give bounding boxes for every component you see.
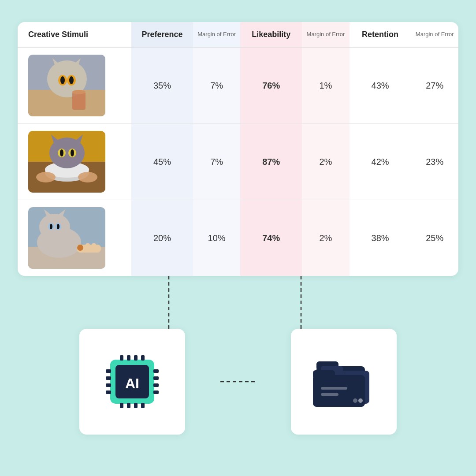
moe2-cell-1: 1% — [302, 48, 350, 124]
preference-cell-1: 35% — [131, 48, 193, 124]
header-retention: Retention — [350, 22, 411, 48]
svg-rect-48 — [141, 355, 145, 361]
svg-rect-11 — [72, 92, 86, 110]
results-table: Creative Stimuli Preference Margin of Er… — [18, 22, 458, 276]
cat-image-3 — [28, 207, 105, 269]
preference-cell-2: 45% — [131, 124, 193, 200]
svg-rect-55 — [106, 383, 111, 387]
svg-point-12 — [72, 90, 86, 94]
moe2-cell-2: 2% — [302, 124, 350, 200]
table-row: 45%7%87%2%42%23% — [18, 124, 458, 200]
svg-point-25 — [78, 172, 97, 182]
likeability-cell-1: 76% — [240, 48, 302, 124]
connectors-svg — [18, 276, 458, 329]
svg-rect-50 — [127, 403, 130, 408]
svg-rect-45 — [120, 355, 123, 361]
header-moe2: Margin of Error — [302, 22, 350, 48]
svg-rect-53 — [106, 369, 111, 373]
retention-cell-1: 43% — [350, 48, 411, 124]
folder-icon — [309, 351, 379, 413]
moe2-cell-3: 2% — [302, 200, 350, 276]
page-container: Creative Stimuli Preference Margin of Er… — [18, 22, 458, 454]
svg-rect-56 — [106, 390, 111, 394]
cat-image-cell-3 — [18, 200, 131, 276]
data-table-card: Creative Stimuli Preference Margin of Er… — [18, 22, 458, 276]
svg-rect-58 — [153, 376, 159, 380]
svg-point-22 — [60, 149, 63, 156]
header-likeability: Likeability — [240, 22, 302, 48]
svg-rect-37 — [86, 243, 90, 249]
moe3-cell-3: 25% — [411, 200, 458, 276]
ai-chip-icon: AI — [97, 346, 167, 417]
svg-point-71 — [353, 398, 357, 403]
preference-cell-3: 20% — [131, 200, 193, 276]
svg-rect-38 — [92, 243, 96, 249]
svg-rect-49 — [120, 403, 123, 408]
likeability-cell-3: 74% — [240, 200, 302, 276]
svg-rect-52 — [141, 403, 145, 408]
folder-files-box — [291, 329, 397, 435]
cat-image-cell-1 — [18, 48, 131, 124]
svg-rect-46 — [127, 355, 130, 361]
svg-point-70 — [358, 398, 363, 403]
svg-point-23 — [71, 149, 74, 156]
cat-image-2 — [28, 131, 105, 193]
header-moe1: Margin of Error — [193, 22, 241, 48]
cat-image-1 — [28, 55, 105, 116]
svg-point-39 — [77, 245, 83, 251]
moe3-cell-1: 27% — [411, 48, 458, 124]
svg-rect-47 — [134, 355, 138, 361]
moe1-cell-3: 10% — [193, 200, 241, 276]
moe3-cell-2: 23% — [411, 124, 458, 200]
svg-point-34 — [50, 224, 52, 229]
svg-rect-54 — [106, 376, 111, 380]
retention-cell-2: 42% — [350, 124, 411, 200]
moe1-cell-2: 7% — [193, 124, 241, 200]
svg-rect-59 — [153, 383, 159, 387]
table-row: 20%10%74%2%38%25% — [18, 200, 458, 276]
retention-cell-3: 38% — [350, 200, 411, 276]
header-preference: Preference — [131, 22, 193, 48]
h-dashed-line — [220, 379, 256, 384]
likeability-cell-2: 87% — [240, 124, 302, 200]
svg-rect-67 — [313, 370, 335, 379]
svg-rect-66 — [313, 375, 365, 407]
header-moe3: Margin of Error — [411, 22, 458, 48]
svg-point-29 — [39, 214, 70, 240]
svg-point-9 — [60, 76, 65, 84]
svg-point-35 — [57, 224, 60, 229]
table-row: 35%7%76%1%43%27% — [18, 48, 458, 124]
svg-point-10 — [69, 76, 74, 84]
ai-chip-box: AI — [79, 329, 185, 435]
svg-rect-69 — [321, 393, 338, 396]
connectors-row — [18, 276, 458, 329]
svg-text:AI: AI — [125, 376, 139, 391]
cat-image-cell-2 — [18, 124, 131, 200]
svg-point-24 — [36, 172, 56, 182]
bottom-row: AI — [18, 329, 458, 435]
header-stimuli: Creative Stimuli — [18, 22, 131, 48]
svg-rect-57 — [153, 369, 159, 373]
moe1-cell-1: 7% — [193, 48, 241, 124]
horizontal-connector — [220, 379, 256, 384]
svg-rect-60 — [153, 390, 159, 394]
svg-rect-68 — [321, 387, 347, 390]
svg-rect-51 — [134, 403, 138, 408]
